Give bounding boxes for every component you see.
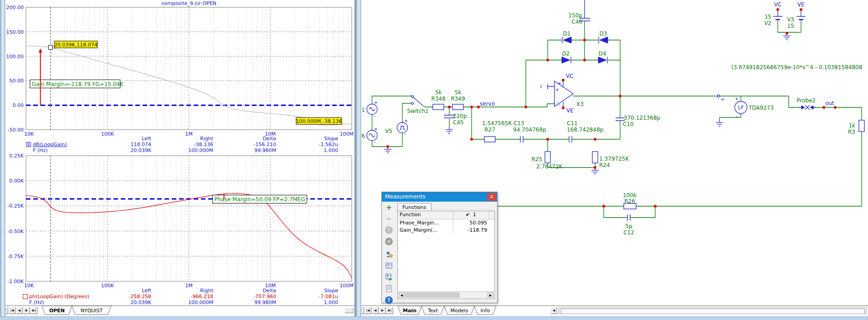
- curve-name[interactable]: ph(LoopGain) (Degrees): [29, 294, 89, 300]
- tab-info-label[interactable]: Info: [481, 308, 490, 314]
- resistor-r27[interactable]: 1.547565K R27: [482, 120, 512, 142]
- svg-text:Probe2: Probe2: [796, 97, 816, 104]
- page-prev-icon[interactable]: ◀: [16, 307, 23, 314]
- report-icon[interactable]: [385, 285, 393, 293]
- scroll-left-icon[interactable]: ◀: [550, 307, 557, 314]
- functions-hscrollbar[interactable]: ◀ ▶: [398, 291, 494, 298]
- move-up-icon[interactable]: ↑: [385, 226, 393, 234]
- scroll-right-icon[interactable]: ▶: [488, 292, 493, 298]
- svg-text:15: 15: [765, 14, 771, 20]
- col-slope: Slope: [288, 136, 338, 142]
- svg-text:-: -: [374, 140, 376, 145]
- diode-d2[interactable]: D2: [562, 51, 571, 63]
- svg-text:C46: C46: [571, 19, 582, 25]
- gain-readout-table: Left Right Delta Slope B dB(LoopGain) 11…: [0, 136, 354, 154]
- svg-text:R349: R349: [451, 96, 465, 102]
- ground-icon: [446, 127, 453, 133]
- supply-v2-v3[interactable]: VC VE 15 V2 V3 15: [764, 1, 806, 29]
- freq-slope: 1.000: [288, 148, 338, 153]
- laplace-polynomial-text: (3.67491825686759e-10*s^4 - 0.1038158480…: [731, 64, 862, 71]
- diode-d4[interactable]: D4: [598, 51, 607, 63]
- tab-models-label[interactable]: Models: [451, 308, 468, 314]
- measurements-window[interactable]: Measurements x + − ↑ ×: [381, 192, 498, 303]
- plot-page-nav: ▼ |◀ ◀ ▶ ▶|: [1, 307, 37, 314]
- capacitor-c45[interactable]: 220p C45: [444, 113, 467, 126]
- remove-icon[interactable]: −: [385, 215, 393, 223]
- scroll-left-icon[interactable]: ◀: [399, 292, 405, 298]
- schematic-window-left-edge: [356, 0, 361, 316]
- scroll-thumb[interactable]: [405, 292, 460, 298]
- clear-icon[interactable]: ×: [385, 238, 393, 245]
- page-first-icon[interactable]: |◀: [9, 307, 15, 314]
- svg-text:R26: R26: [624, 198, 635, 204]
- page-next-icon[interactable]: ▶: [23, 307, 30, 314]
- svg-text:150p: 150p: [568, 12, 582, 19]
- table-icon[interactable]: [385, 262, 393, 270]
- page-prev-icon[interactable]: ◀: [372, 307, 379, 314]
- add-icon[interactable]: +: [385, 203, 393, 211]
- svg-text:V3: V3: [787, 16, 794, 23]
- capacitor-c10[interactable]: 370.121368p C10: [616, 115, 660, 127]
- resistor-r348[interactable]: 5k R348: [431, 89, 445, 110]
- table-row[interactable]: Phase_Margin... 50.095: [398, 219, 494, 227]
- svg-text:-: -: [559, 102, 560, 107]
- svg-text:-1.00K: -1.00K: [7, 279, 24, 284]
- switch-switch1[interactable]: Switch1: [407, 96, 428, 114]
- measurements-titlebar[interactable]: Measurements x: [382, 192, 497, 202]
- laplace-source-tda9273[interactable]: LF TDA9273 + + -: [718, 95, 774, 119]
- tab-functions[interactable]: Functions: [397, 203, 431, 211]
- page-last-icon[interactable]: ▶|: [31, 307, 37, 314]
- resistor-r26[interactable]: 100k R26: [623, 192, 637, 209]
- phase-readout-table: Left Right Delta Slope ph(LoopGain) (Deg…: [0, 288, 354, 306]
- function-name[interactable]: Phase_Margin...: [398, 219, 453, 227]
- probe2[interactable]: Probe2: [796, 97, 816, 110]
- page-last-icon[interactable]: ▶|: [386, 307, 393, 314]
- tab-text-label[interactable]: Text: [427, 308, 438, 314]
- svg-text:+: +: [735, 97, 739, 102]
- schematic-hscrollbar[interactable]: [559, 307, 867, 314]
- close-icon[interactable]: x: [487, 193, 496, 201]
- diode-d1[interactable]: D1: [562, 30, 571, 43]
- value-slope: -7.081u: [288, 294, 338, 300]
- svg-text:D3: D3: [600, 30, 607, 37]
- svg-text:LF: LF: [738, 105, 744, 111]
- check-icon[interactable]: ✔: [466, 212, 470, 218]
- svg-text:C45: C45: [453, 119, 464, 126]
- freq-delta: 99.980M: [226, 300, 276, 305]
- freq-row-label: F (Hz): [29, 300, 44, 305]
- function-name[interactable]: Gain_Margin(...: [398, 227, 453, 234]
- export-icon[interactable]: [385, 274, 393, 281]
- page-next-icon[interactable]: ▶: [379, 307, 386, 314]
- resistor-r349[interactable]: 5k R349: [451, 89, 465, 110]
- tab-nyquist-label[interactable]: NYQUIST: [81, 308, 103, 314]
- table-row[interactable]: Gain_Margin(... -118.79: [398, 227, 494, 234]
- analysis-plot-window: composite_9.cir OPEN 200.00150.00100.005…: [0, 0, 354, 316]
- tab-main-label[interactable]: Main: [403, 308, 416, 314]
- svg-text:-0.50K: -0.50K: [7, 229, 24, 234]
- help-icon[interactable]: ?: [385, 296, 393, 304]
- functions-table-header[interactable]: Function ✔ 1: [398, 211, 494, 219]
- svg-text:C11: C11: [567, 120, 578, 127]
- svg-text:94.704768p: 94.704768p: [513, 127, 546, 133]
- plot-hscroll-thumb[interactable]: [344, 308, 354, 313]
- resistor-r25[interactable]: R25 2.76472K: [531, 152, 563, 170]
- resistor-r24[interactable]: 1.379725K R24: [592, 152, 629, 168]
- value-right: -38.136: [163, 142, 213, 147]
- curve-name[interactable]: dB(LoopGain): [33, 142, 67, 147]
- svg-text:VC: VC: [774, 1, 782, 8]
- col-delta: Delta: [226, 136, 276, 142]
- scroll-thumb[interactable]: [561, 309, 865, 314]
- properties-icon[interactable]: [385, 251, 393, 259]
- svg-text:I: I: [540, 84, 542, 90]
- svg-text:TDA9273: TDA9273: [748, 105, 774, 111]
- page-first-icon[interactable]: |◀: [365, 307, 371, 314]
- svg-text:15: 15: [787, 23, 794, 29]
- svg-text:370.121368p: 370.121368p: [624, 115, 660, 121]
- diode-d3[interactable]: D3: [599, 30, 608, 43]
- svg-text:168.742848p: 168.742848p: [567, 127, 603, 133]
- col-function[interactable]: Function: [398, 211, 453, 219]
- source-v5[interactable]: V5 + -: [385, 118, 408, 137]
- tab-open-label[interactable]: OPEN: [49, 308, 65, 314]
- capacitor-c46[interactable]: 150p C46: [568, 0, 590, 25]
- svg-text:2.76472K: 2.76472K: [536, 163, 563, 170]
